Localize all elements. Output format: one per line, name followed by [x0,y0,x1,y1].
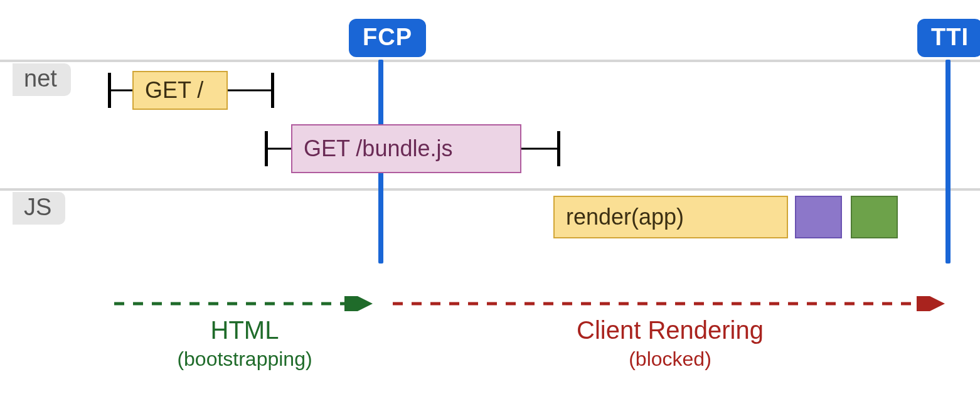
js-track-divider [0,188,980,191]
phase-client-arrow [391,296,949,311]
js-purple-box [795,196,842,238]
row-label-js: JS [13,192,65,225]
net-get-bundle-box: GET /bundle.js [291,124,521,173]
milestone-line-tti [945,60,951,264]
phase-html-title: HTML [113,316,376,344]
net-track-divider [0,60,980,62]
phase-client-sub: (blocked) [391,348,949,371]
net-get-root-label: GET / [145,79,203,102]
net-get-root-box: GET / [132,71,228,110]
js-green-box [851,196,898,238]
phase-client-title: Client Rendering [391,316,949,344]
js-render-app-label: render(app) [566,206,684,228]
phase-html-arrow [113,296,376,311]
timeline-diagram: net JS FCP TTI GET / GET /bundle.js rend… [0,0,980,394]
phase-html-sub: (bootstrapping) [113,348,376,371]
js-render-app-box: render(app) [553,196,788,238]
milestone-badge-fcp: FCP [349,19,426,57]
net-get-bundle-label: GET /bundle.js [304,137,452,160]
row-label-net: net [13,63,71,96]
milestone-badge-tti: TTI [917,19,980,57]
